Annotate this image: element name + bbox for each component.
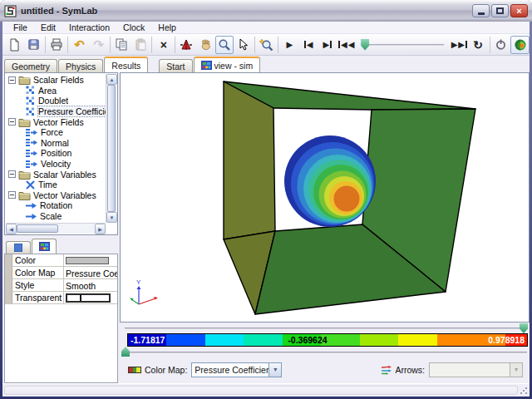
select-tool-button[interactable] [234, 36, 253, 54]
chevron-down-icon[interactable]: ▾ [268, 363, 281, 377]
scalar-icon [26, 96, 35, 106]
play-button[interactable]: ▶ [280, 36, 299, 54]
menu-edit[interactable]: Edit [35, 22, 62, 32]
tree-item-label[interactable]: Normal [41, 138, 69, 148]
tab-view-sim[interactable]: view - sim [194, 57, 261, 72]
tree-item[interactable]: Velocity [6, 159, 106, 170]
tree-group-label[interactable]: Scalar Variables [33, 170, 96, 180]
tab-physics[interactable]: Physics [58, 59, 103, 72]
scroll-right-icon[interactable]: ▶ [95, 224, 106, 234]
tree-group-label[interactable]: Vector Fields [33, 117, 84, 127]
resize-grip[interactable] [520, 387, 527, 394]
copy-button[interactable] [112, 36, 131, 54]
tab-results[interactable]: Results [104, 57, 148, 72]
title-bar[interactable]: untitled - SymLab × [0, 0, 532, 22]
tree-item[interactable]: Position [6, 148, 106, 159]
scroll-thumb[interactable] [107, 85, 116, 212]
tree-item[interactable]: Area [6, 86, 106, 96]
minimize-button[interactable] [472, 4, 490, 17]
rotate-tool-button[interactable] [177, 36, 196, 54]
close-button[interactable]: × [510, 4, 528, 17]
delete-button[interactable]: × [154, 36, 173, 54]
step-forward-button[interactable]: ▶ [318, 36, 337, 54]
tree-collapse-icon[interactable] [8, 191, 16, 199]
tree-item[interactable]: Scale [6, 211, 106, 222]
menu-file[interactable]: File [7, 22, 33, 32]
paste-icon [135, 38, 147, 51]
tree-item-label[interactable]: Velocity [41, 159, 71, 169]
tree-item[interactable]: Doublet [6, 96, 106, 106]
tree-collapse-icon[interactable] [8, 118, 16, 126]
tree-group-label[interactable]: Scalar Fields [33, 75, 84, 85]
properties-tab-general[interactable] [6, 241, 31, 254]
property-value[interactable]: Pressure Coefficient [64, 267, 117, 278]
properties-tab-display[interactable] [32, 239, 57, 254]
property-row-color-map: Color Map Pressure Coefficient [5, 267, 117, 279]
loop-button[interactable]: ↻ [469, 36, 488, 54]
scroll-left-icon[interactable]: ◀ [6, 224, 17, 234]
time-slider-track[interactable] [362, 44, 444, 46]
transparent-slider-handle[interactable] [80, 295, 81, 301]
new-document-button[interactable] [5, 36, 24, 54]
maximize-button[interactable] [491, 4, 509, 17]
menu-clock[interactable]: Clock [117, 22, 150, 32]
tree-item[interactable]: Force [6, 127, 106, 138]
toolbar: ↶ ↷ × [2, 34, 530, 56]
tree-item-label[interactable]: Pressure Coefficient [38, 106, 106, 116]
tree-item-label[interactable]: Time [38, 180, 57, 190]
rewind-button[interactable]: ◀◀ [337, 36, 356, 54]
tree-item-label[interactable]: Area [38, 86, 57, 96]
tree-item-label[interactable]: Scale [40, 211, 62, 221]
max-slider-handle[interactable] [520, 323, 528, 333]
transparent-slider[interactable] [66, 293, 111, 303]
min-slider-handle[interactable] [121, 347, 130, 357]
tree-collapse-icon[interactable] [8, 170, 16, 178]
menu-interaction[interactable]: Interaction [63, 22, 116, 32]
arrows-dropdown[interactable]: ▾ [429, 362, 523, 377]
print-icon [50, 38, 63, 51]
time-slider[interactable] [358, 37, 447, 53]
save-button[interactable] [24, 36, 43, 54]
scroll-down-icon[interactable]: ▼ [106, 212, 117, 223]
property-value[interactable]: Smooth [64, 279, 117, 291]
colorbar-min-slider[interactable] [120, 347, 530, 357]
delete-icon: × [160, 39, 167, 51]
tree-item-label[interactable]: Position [41, 148, 71, 158]
step-back-button[interactable]: ◀ [299, 36, 318, 54]
fast-forward-button[interactable]: ▶▶ [450, 36, 469, 54]
zoom-region-button[interactable] [257, 36, 276, 54]
menu-help[interactable]: Help [152, 22, 182, 32]
app-window: untitled - SymLab × FileEditInteractionC… [0, 0, 532, 399]
scroll-up-icon[interactable]: ▲ [106, 74, 117, 85]
fast-forward-icon: ▶▶ [451, 41, 467, 49]
tree-collapse-icon[interactable] [8, 76, 16, 84]
color-swatch[interactable] [66, 257, 109, 264]
tree-item[interactable]: Rotation [6, 200, 106, 211]
tree-group-label[interactable]: Vector Variables [33, 190, 96, 200]
undo-button[interactable]: ↶ [70, 36, 89, 54]
tree-item[interactable]: Time [6, 180, 106, 190]
time-slider-handle[interactable] [361, 39, 369, 51]
paste-button[interactable] [131, 36, 150, 54]
scroll-thumb[interactable] [17, 224, 58, 233]
view-sphere-button[interactable] [510, 36, 530, 54]
tree-item[interactable]: Normal [6, 138, 106, 149]
tree-horizontal-scrollbar[interactable]: ◀ ▶ [6, 223, 106, 234]
3d-viewport[interactable]: Y [120, 72, 530, 323]
tree-vertical-scrollbar[interactable]: ▲ ▼ [106, 74, 116, 223]
colormap-dropdown[interactable]: Pressure Coefficient ▾ [191, 362, 282, 377]
tree-item[interactable]: Pressure Coefficient [6, 106, 106, 117]
tab-start[interactable]: Start [159, 59, 192, 72]
zoom-tool-button[interactable] [215, 36, 234, 54]
tree-item-label[interactable]: Rotation [40, 200, 72, 210]
tree-item-label[interactable]: Force [41, 127, 63, 137]
redo-button[interactable]: ↷ [89, 36, 108, 54]
property-label: Color [12, 254, 64, 266]
print-button[interactable] [47, 36, 66, 54]
tree-item-label[interactable]: Doublet [38, 96, 68, 106]
colorbar-max-slider[interactable] [120, 323, 530, 333]
pressure-sphere [284, 135, 376, 227]
pan-tool-button[interactable] [196, 36, 215, 54]
power-button[interactable] [491, 36, 510, 54]
tab-geometry[interactable]: Geometry [4, 59, 57, 72]
